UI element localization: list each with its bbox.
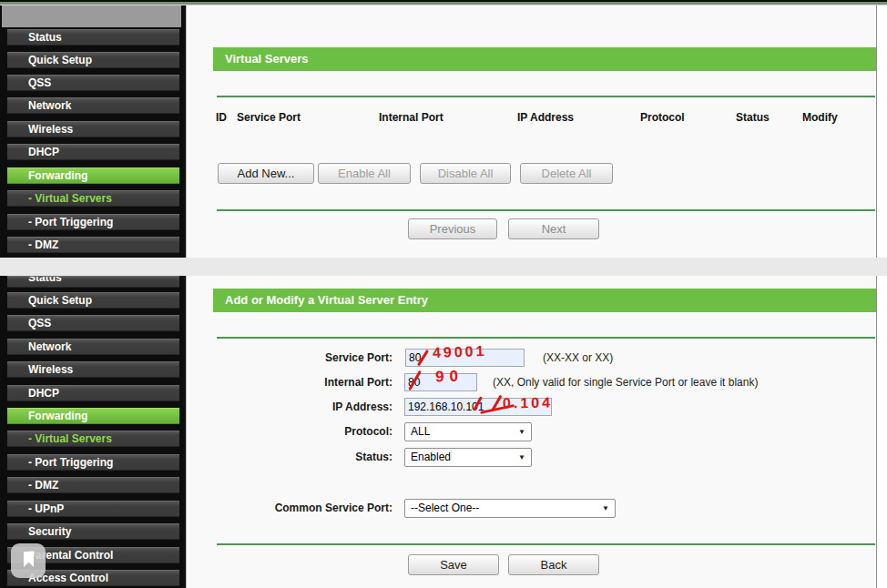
floating-overlay-button[interactable] [11,543,46,578]
status-selected-value: Enabled [411,451,451,463]
save-button[interactable]: Save [408,554,499,575]
screenshot-seam-band [0,258,887,276]
separator-line [217,96,875,97]
sidebar-item-status[interactable]: Status [7,29,179,46]
sidebar-item-label: Wireless [28,123,73,136]
protocol-selected-value: ALL [411,425,430,438]
sidebar-item-label: - Port Triggering [28,216,113,228]
right-scroll-gutter[interactable] [876,5,887,588]
protocol-row: Protocol: ALL ▼ [187,422,877,441]
sidebar-item-label: Status [28,276,179,285]
sidebar-item-forwarding[interactable]: Forwarding [7,167,179,184]
sidebar-item-quick-setup[interactable]: Quick Setup [7,52,179,68]
column-header-service-port: Service Port [237,111,301,124]
sidebar-item-label: QSS [28,317,51,329]
common-service-port-row: Common Service Port: --Select One-- ▼ [187,499,877,518]
sidebar-item-label: - Virtual Servers [28,192,112,205]
separator-line [217,543,875,545]
sidebar-content-divider [183,5,186,588]
previous-page-button[interactable]: Previous [408,218,497,239]
column-header-protocol: Protocol [640,111,685,124]
sidebar-item-label: - DMZ [28,479,58,492]
sidebar-item-label: - Virtual Servers [28,432,112,445]
sidebar-item-security[interactable]: Security [7,523,179,540]
sidebar-item-wireless[interactable]: Wireless [7,121,179,137]
caret-down-icon: ▼ [518,423,525,441]
sidebar-item-dmz[interactable]: - DMZ [7,477,179,493]
delete-all-button[interactable]: Delete All [520,163,613,184]
common-service-port-select[interactable]: --Select One-- ▼ [404,499,616,518]
back-button[interactable]: Back [508,554,599,575]
sidebar-item-label: Network [28,340,71,353]
column-header-ip-address: IP Address [517,111,574,124]
column-header-internal-port: Internal Port [379,111,444,124]
virtual-servers-panel: Virtual Servers IDService PortInternal P… [186,5,876,258]
add-new-button[interactable]: Add New... [218,163,314,184]
common-service-port-selected-value: --Select One-- [411,502,479,514]
next-page-button[interactable]: Next [508,218,599,239]
status-select[interactable]: Enabled ▼ [404,448,532,467]
status-label: Status: [187,448,393,467]
service-port-hint: (XX-XX or XX) [543,349,613,368]
column-header-status: Status [736,111,770,124]
sidebar-item-forwarding[interactable]: Forwarding [7,408,179,424]
sidebar-item-upnp[interactable]: - UPnP [7,501,179,517]
status-row: Status: Enabled ▼ [187,448,877,467]
service-port-label: Service Port: [187,349,393,368]
sidebar-item-label: - Port Triggering [28,456,113,469]
enable-all-button[interactable]: Enable All [318,163,411,184]
sidebar-item-label: Security [28,525,71,538]
caret-down-icon: ▼ [518,449,525,467]
protocol-label: Protocol: [187,422,393,441]
sidebar-item-quick-setup[interactable]: Quick Setup [7,292,179,309]
sidebar-item-qss[interactable]: QSS [7,315,179,331]
sidebar-item-status[interactable]: Status [7,276,179,288]
column-header-modify: Modify [802,111,838,124]
separator-line [217,209,875,211]
sidebar-item-dhcp[interactable]: DHCP [7,385,179,401]
caret-down-icon: ▼ [602,500,609,518]
internal-port-row: Internal Port: (XX, Only valid for singl… [187,373,877,392]
sidebar-item-label: Forwarding [28,410,87,422]
sidebar-menu: StatusQuick SetupQSSNetworkWirelessDHCPF… [0,0,183,588]
handwritten-ip-annotation: 0.104 [503,395,553,412]
sidebar-item-label: - DMZ [28,238,58,251]
window-top-edge [0,0,887,5]
sidebar-item-dhcp[interactable]: DHCP [7,144,179,160]
common-service-port-label: Common Service Port: [187,499,393,518]
sidebar-item-label: DHCP [28,387,59,400]
sidebar-item-wireless[interactable]: Wireless [7,361,179,378]
handwritten-service-port-annotation: 49001 [433,343,487,361]
sidebar-item-label: Forwarding [28,169,87,182]
sidebar-item-network[interactable]: Network [7,97,179,114]
sidebar-item-label: Network [28,99,71,112]
sidebar-item-virtual-servers[interactable]: - Virtual Servers [7,431,179,447]
disable-all-button[interactable]: Disable All [420,163,511,184]
internal-port-label: Internal Port: [187,373,393,392]
panel-title-add-modify: Add or Modify a Virtual Server Entry [213,289,877,312]
sidebar-item-dmz[interactable]: - DMZ [7,237,179,253]
sidebar-item-label: QSS [28,76,51,89]
router-admin-page: StatusQuick SetupQSSNetworkWirelessDHCPF… [0,0,887,588]
separator-line [217,337,875,339]
sidebar-item-virtual-servers[interactable]: - Virtual Servers [7,190,179,207]
sidebar-item-network[interactable]: Network [7,339,179,355]
internal-port-hint: (XX, Only valid for single Service Port … [493,373,758,392]
sidebar-item-port-triggering[interactable]: - Port Triggering [7,214,179,230]
panel-title-virtual-servers: Virtual Servers [213,47,877,71]
sidebar-item-label: Quick Setup [28,54,92,66]
sidebar-item-label: Wireless [28,363,73,376]
sidebar-item-label: DHCP [28,146,59,158]
add-modify-entry-panel: Add or Modify a Virtual Server Entry Ser… [186,276,876,588]
bookmark-icon [22,551,36,572]
sidebar-header-block [2,5,181,27]
sidebar-item-qss[interactable]: QSS [7,75,179,91]
sidebar-item-label: Status [28,31,62,44]
sidebar-item-port-triggering[interactable]: - Port Triggering [7,454,179,471]
sidebar-item-label: Quick Setup [28,294,92,307]
ip-address-label: IP Address: [187,398,393,417]
handwritten-internal-port-annotation: 90 [435,367,464,386]
service-port-row: Service Port: (XX-XX or XX) [187,349,877,368]
sidebar-item-label: - UPnP [28,502,64,515]
protocol-select[interactable]: ALL ▼ [404,422,532,441]
